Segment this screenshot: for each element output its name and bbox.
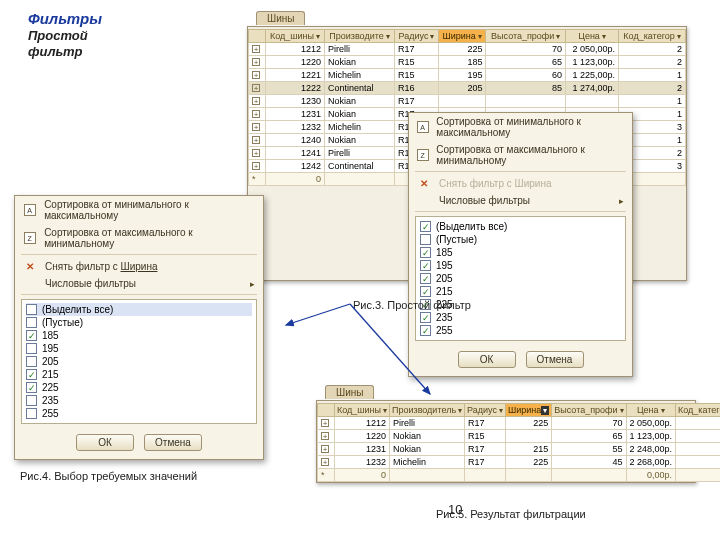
checkbox-icon[interactable] (26, 343, 37, 354)
col-width[interactable]: Ширина▾ (438, 30, 485, 43)
col-id[interactable]: Код_шины▾ (335, 404, 390, 417)
checklist-item[interactable]: ✓225 (26, 381, 252, 394)
menu-sort-desc[interactable]: Сортировка от максимального к минимально… (15, 224, 263, 252)
checklist-item[interactable]: ✓235 (420, 311, 621, 324)
checkbox-icon[interactable] (26, 317, 37, 328)
check-label: 205 (42, 356, 59, 367)
menu-clear-filter[interactable]: ✕ Снять фильтр с Ширина (15, 257, 263, 275)
checkbox-icon[interactable]: ✓ (26, 382, 37, 393)
cancel-button[interactable]: Отмена (144, 434, 202, 451)
table-row[interactable]: + 1231NokianR17 21555 2 248,00р.1 (318, 443, 721, 456)
checklist-item[interactable]: (Пустые) (26, 316, 252, 329)
checklist-item[interactable]: 195 (26, 342, 252, 355)
checklist-item[interactable]: ✓185 (420, 246, 621, 259)
expand-icon[interactable]: + (321, 432, 329, 440)
menu-number-filters[interactable]: Числовые фильтры ▸ (15, 275, 263, 292)
check-label: 195 (436, 260, 453, 271)
table-row[interactable]: + 1222ContinentalR16 20585 1 274,00р.2 (249, 82, 686, 95)
col-radius[interactable]: Радиус▾ (465, 404, 506, 417)
col-cat[interactable]: Код_категор▾ (676, 404, 720, 417)
checkbox-icon[interactable]: ✓ (420, 273, 431, 284)
col-profile[interactable]: Высота_профи▾ (552, 404, 626, 417)
fig3-checklist[interactable]: ✓(Выделить все)(Пустые)✓185✓195✓205✓215✓… (415, 216, 626, 341)
checkbox-icon[interactable]: ✓ (420, 325, 431, 336)
fig3-caption: Рис.3. Простой фильтр (353, 299, 471, 311)
expand-icon[interactable]: + (252, 149, 260, 157)
table-row[interactable]: + 1212PirelliR17 22570 2 050,00р.2 (318, 417, 721, 430)
check-label: 215 (436, 286, 453, 297)
col-width[interactable]: Ширина▾ (505, 404, 551, 417)
expand-icon[interactable]: + (252, 136, 260, 144)
expand-icon[interactable]: + (252, 71, 260, 79)
checkbox-icon[interactable]: ✓ (420, 221, 431, 232)
expand-icon[interactable]: + (321, 419, 329, 427)
menu-sort-asc[interactable]: Сортировка от минимального к максимально… (15, 196, 263, 224)
checkbox-icon[interactable] (26, 395, 37, 406)
col-radius[interactable]: Радиус▾ (395, 30, 439, 43)
expand-icon[interactable]: + (252, 162, 260, 170)
table-row[interactable]: + 1230NokianR17 1 (249, 95, 686, 108)
expand-icon[interactable]: + (321, 445, 329, 453)
check-label: 225 (42, 382, 59, 393)
expand-icon[interactable]: + (252, 45, 260, 53)
checkbox-icon[interactable]: ✓ (420, 286, 431, 297)
checklist-item[interactable]: 235 (26, 394, 252, 407)
expand-icon[interactable]: + (252, 58, 260, 66)
col-profile[interactable]: Высота_профи▾ (486, 30, 566, 43)
datasheet-tab[interactable]: Шины (256, 11, 305, 25)
check-label: 205 (436, 273, 453, 284)
expand-icon[interactable]: + (252, 97, 260, 105)
checklist-item[interactable]: ✓195 (420, 259, 621, 272)
checklist-item[interactable]: (Пустые) (420, 233, 621, 246)
checklist-item[interactable]: ✓(Выделить все) (420, 220, 621, 233)
checkbox-icon[interactable] (26, 304, 37, 315)
checklist-item[interactable]: 205 (26, 355, 252, 368)
menu-sort-desc[interactable]: Сортировка от максимального к минимально… (409, 141, 632, 169)
ok-button[interactable]: ОК (458, 351, 516, 368)
expand-icon[interactable]: + (252, 84, 260, 92)
table-row[interactable]: + 1232MichelinR17 22545 2 268,00р.3 (318, 456, 721, 469)
menu-number-filters[interactable]: Числовые фильтры ▸ (409, 192, 632, 209)
checklist-item[interactable]: ✓185 (26, 329, 252, 342)
fig5-grid: Код_шины▾ Производитель▾ Радиус▾ Ширина▾… (317, 403, 720, 482)
checklist-item[interactable]: (Выделить все) (26, 303, 252, 316)
page-subtitle-1: Простой (28, 28, 88, 43)
checklist-item[interactable]: ✓205 (420, 272, 621, 285)
menu-sort-asc[interactable]: Сортировка от минимального к максимально… (409, 113, 632, 141)
expand-icon[interactable]: + (252, 110, 260, 118)
checkbox-icon[interactable]: ✓ (420, 260, 431, 271)
checkbox-icon[interactable] (26, 408, 37, 419)
page-number: 10 (448, 502, 462, 517)
table-row[interactable]: + 1221MichelinR15 19560 1 225,00р.1 (249, 69, 686, 82)
fig3-filter-popup: Сортировка от минимального к максимально… (408, 112, 633, 377)
sort-desc-icon (417, 149, 429, 161)
checklist-item[interactable]: ✓215 (26, 368, 252, 381)
cancel-button[interactable]: Отмена (526, 351, 584, 368)
col-price[interactable]: Цена▾ (626, 404, 676, 417)
fig4-caption: Рис.4. Выбор требуемых значений (20, 470, 197, 482)
fig4-checklist[interactable]: (Выделить все)(Пустые)✓185195205✓215✓225… (21, 299, 257, 424)
checkbox-icon[interactable]: ✓ (420, 247, 431, 258)
col-maker[interactable]: Производите▾ (324, 30, 394, 43)
datasheet-tab[interactable]: Шины (325, 385, 374, 399)
col-id[interactable]: Код_шины▾ (266, 30, 325, 43)
col-maker[interactable]: Производитель▾ (390, 404, 465, 417)
checkbox-icon[interactable]: ✓ (420, 312, 431, 323)
col-cat[interactable]: Код_категор▾ (619, 30, 686, 43)
checklist-item[interactable]: 255 (26, 407, 252, 420)
table-row[interactable]: + 1220NokianR15 65 1 123,00р.2 (318, 430, 721, 443)
checkbox-icon[interactable]: ✓ (26, 369, 37, 380)
checklist-item[interactable]: ✓255 (420, 324, 621, 337)
checklist-item[interactable]: ✓215 (420, 285, 621, 298)
ok-button[interactable]: ОК (76, 434, 134, 451)
table-row[interactable]: + 1212PirelliR17 22570 2 050,00р.2 (249, 43, 686, 56)
checkbox-icon[interactable] (26, 356, 37, 367)
expand-icon[interactable]: + (252, 123, 260, 131)
check-label: 255 (436, 325, 453, 336)
checkbox-icon[interactable]: ✓ (26, 330, 37, 341)
expand-icon[interactable]: + (321, 458, 329, 466)
col-price[interactable]: Цена▾ (565, 30, 618, 43)
table-row[interactable]: + 1220NokianR15 18565 1 123,00р.2 (249, 56, 686, 69)
checkbox-icon[interactable] (420, 234, 431, 245)
page-subtitle-2: фильтр (28, 44, 82, 59)
